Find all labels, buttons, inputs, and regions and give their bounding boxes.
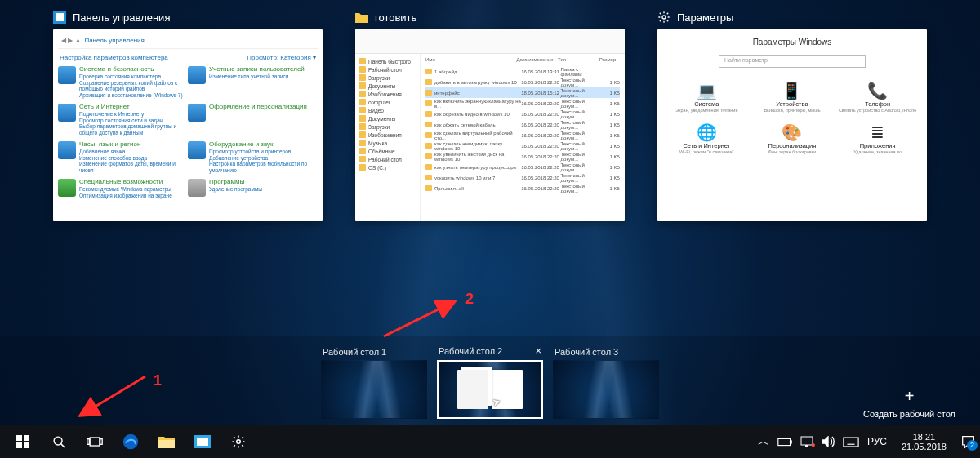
- svg-rect-23: [844, 438, 858, 447]
- svg-rect-13: [100, 439, 103, 445]
- gear-icon: [657, 11, 670, 24]
- thumbnail-control-panel[interactable]: ◀ ▶ ▲ Панель управления Настройка параме…: [53, 29, 323, 221]
- app-button[interactable]: [185, 425, 220, 458]
- svg-rect-17: [197, 438, 208, 446]
- svg-point-2: [662, 16, 666, 19]
- virtual-desktop[interactable]: Рабочий стол 1: [321, 347, 427, 419]
- volume-icon[interactable]: [822, 436, 835, 447]
- svg-rect-20: [790, 440, 791, 442]
- window-settings[interactable]: Параметры Параметры Windows Найти параме…: [657, 10, 927, 221]
- svg-rect-5: [16, 435, 22, 441]
- keyboard-icon[interactable]: [843, 437, 859, 447]
- plus-icon: +: [863, 387, 956, 406]
- window-explorer[interactable]: готовить Панель быстрогоРабочий столЗагр…: [355, 10, 625, 221]
- svg-rect-6: [24, 435, 29, 441]
- close-icon[interactable]: ×: [535, 345, 541, 357]
- annotation-label-1: 1: [154, 372, 162, 389]
- svg-point-14: [123, 434, 138, 449]
- virtual-desktop[interactable]: Рабочий стол 2× ➤: [437, 345, 543, 419]
- svg-rect-1: [56, 13, 64, 21]
- new-desktop-button[interactable]: + Создать рабочий стол: [863, 387, 956, 419]
- svg-point-9: [54, 437, 62, 445]
- svg-rect-22: [805, 445, 808, 447]
- settings-search: Найти параметр: [719, 55, 866, 68]
- svg-line-4: [384, 302, 453, 336]
- window-title: Параметры: [677, 11, 733, 24]
- svg-point-18: [237, 440, 241, 444]
- window-title: Панель управления: [73, 11, 170, 24]
- svg-rect-11: [90, 438, 100, 446]
- thumbnail-explorer[interactable]: Панель быстрогоРабочий столЗагрузкиДокум…: [355, 29, 625, 221]
- action-center-icon[interactable]: 2: [961, 435, 975, 449]
- clock[interactable]: 18:21 21.05.2018: [902, 432, 947, 451]
- control-panel-icon: [53, 11, 66, 24]
- start-button[interactable]: [5, 425, 41, 458]
- virtual-desktops-strip: Рабочий стол 1 Рабочий стол 2× ➤Рабочий …: [0, 336, 980, 425]
- svg-rect-12: [87, 439, 90, 445]
- window-title: готовить: [375, 11, 416, 24]
- battery-icon[interactable]: [777, 438, 792, 447]
- svg-rect-7: [16, 442, 22, 448]
- svg-line-10: [60, 443, 64, 447]
- virtual-desktop[interactable]: Рабочий стол 3: [553, 347, 659, 419]
- network-icon[interactable]: ●: [800, 436, 813, 447]
- task-view-windows: Панель управления ◀ ▶ ▲ Панель управлени…: [0, 0, 980, 221]
- thumbnail-settings[interactable]: Параметры Windows Найти параметр 💻Систем…: [657, 29, 927, 221]
- folder-icon: [355, 11, 368, 24]
- annotation-label-2: 2: [466, 291, 474, 308]
- svg-rect-8: [24, 442, 29, 448]
- window-control-panel[interactable]: Панель управления ◀ ▶ ▲ Панель управлени…: [53, 10, 323, 221]
- svg-rect-19: [778, 438, 791, 445]
- edge-button[interactable]: [113, 425, 149, 458]
- explorer-button[interactable]: [149, 425, 185, 458]
- task-view-button[interactable]: [77, 425, 113, 458]
- search-button[interactable]: [41, 425, 77, 458]
- svg-rect-15: [158, 440, 175, 448]
- taskbar: ︿ ● РУС 18:21 21.05.2018 2: [0, 425, 980, 458]
- language-indicator[interactable]: РУС: [867, 436, 887, 447]
- tray-chevron-icon[interactable]: ︿: [758, 434, 769, 449]
- settings-taskbar-button[interactable]: [220, 425, 256, 458]
